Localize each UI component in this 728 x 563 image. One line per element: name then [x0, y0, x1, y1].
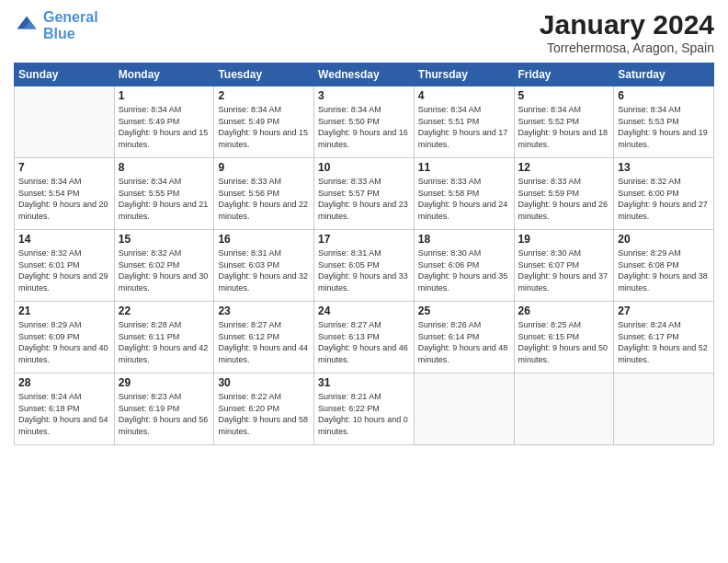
header: GeneralBlue January 2024 Torrehermosa, A… — [14, 9, 714, 55]
day-detail: Sunrise: 8:34 AM Sunset: 5:55 PM Dayligh… — [119, 176, 210, 222]
day-detail: Sunrise: 8:24 AM Sunset: 6:18 PM Dayligh… — [18, 391, 110, 437]
table-row: 15Sunrise: 8:32 AM Sunset: 6:02 PM Dayli… — [114, 230, 214, 302]
table-row: 24Sunrise: 8:27 AM Sunset: 6:13 PM Dayli… — [314, 302, 415, 373]
calendar-week-row: 7Sunrise: 8:34 AM Sunset: 5:54 PM Daylig… — [15, 158, 714, 230]
day-detail: Sunrise: 8:34 AM Sunset: 5:49 PM Dayligh… — [218, 104, 310, 150]
day-detail: Sunrise: 8:33 AM Sunset: 5:58 PM Dayligh… — [418, 176, 510, 222]
table-row: 20Sunrise: 8:29 AM Sunset: 6:08 PM Dayli… — [614, 230, 714, 302]
table-row: 6Sunrise: 8:34 AM Sunset: 5:53 PM Daylig… — [614, 86, 714, 158]
day-number: 11 — [418, 161, 510, 174]
day-detail: Sunrise: 8:25 AM Sunset: 6:15 PM Dayligh… — [518, 319, 610, 365]
table-row — [514, 373, 614, 445]
day-number: 20 — [618, 233, 710, 246]
table-row: 2Sunrise: 8:34 AM Sunset: 5:49 PM Daylig… — [214, 86, 314, 158]
calendar-week-row: 1Sunrise: 8:34 AM Sunset: 5:49 PM Daylig… — [15, 86, 714, 158]
day-detail: Sunrise: 8:30 AM Sunset: 6:06 PM Dayligh… — [418, 247, 510, 293]
table-row: 31Sunrise: 8:21 AM Sunset: 6:22 PM Dayli… — [314, 373, 415, 445]
day-number: 27 — [618, 304, 710, 317]
day-detail: Sunrise: 8:33 AM Sunset: 5:59 PM Dayligh… — [518, 176, 610, 222]
day-detail: Sunrise: 8:21 AM Sunset: 6:22 PM Dayligh… — [318, 391, 410, 437]
day-number: 24 — [318, 304, 410, 317]
table-row — [614, 373, 714, 445]
day-detail: Sunrise: 8:30 AM Sunset: 6:07 PM Dayligh… — [518, 247, 610, 293]
day-number: 1 — [119, 89, 210, 102]
day-detail: Sunrise: 8:27 AM Sunset: 6:13 PM Dayligh… — [318, 319, 410, 365]
logo: GeneralBlue — [14, 9, 98, 41]
logo-icon — [14, 13, 40, 39]
day-detail: Sunrise: 8:29 AM Sunset: 6:08 PM Dayligh… — [618, 247, 710, 293]
day-number: 25 — [418, 304, 510, 317]
day-detail: Sunrise: 8:34 AM Sunset: 5:51 PM Dayligh… — [418, 104, 510, 150]
day-detail: Sunrise: 8:34 AM Sunset: 5:49 PM Dayligh… — [119, 104, 210, 150]
col-wednesday: Wednesday — [314, 63, 415, 86]
day-number: 30 — [218, 376, 310, 389]
table-row: 21Sunrise: 8:29 AM Sunset: 6:09 PM Dayli… — [15, 302, 115, 373]
table-row: 17Sunrise: 8:31 AM Sunset: 6:05 PM Dayli… — [314, 230, 415, 302]
table-row: 5Sunrise: 8:34 AM Sunset: 5:52 PM Daylig… — [514, 86, 614, 158]
day-number: 10 — [318, 161, 410, 174]
title-block: January 2024 Torrehermosa, Aragon, Spain — [540, 9, 714, 55]
day-detail: Sunrise: 8:34 AM Sunset: 5:53 PM Dayligh… — [618, 104, 710, 150]
day-number: 19 — [518, 233, 610, 246]
table-row: 18Sunrise: 8:30 AM Sunset: 6:06 PM Dayli… — [414, 230, 514, 302]
calendar-week-row: 21Sunrise: 8:29 AM Sunset: 6:09 PM Dayli… — [15, 302, 714, 373]
day-number: 3 — [318, 89, 410, 102]
day-detail: Sunrise: 8:34 AM Sunset: 5:54 PM Dayligh… — [18, 176, 110, 222]
day-number: 7 — [18, 161, 110, 174]
col-sunday: Sunday — [15, 63, 115, 86]
table-row: 1Sunrise: 8:34 AM Sunset: 5:49 PM Daylig… — [114, 86, 214, 158]
table-row: 25Sunrise: 8:26 AM Sunset: 6:14 PM Dayli… — [414, 302, 514, 373]
day-number: 12 — [518, 161, 610, 174]
day-detail: Sunrise: 8:28 AM Sunset: 6:11 PM Dayligh… — [119, 319, 210, 365]
table-row: 8Sunrise: 8:34 AM Sunset: 5:55 PM Daylig… — [114, 158, 214, 230]
table-row: 29Sunrise: 8:23 AM Sunset: 6:19 PM Dayli… — [114, 373, 214, 445]
table-row: 12Sunrise: 8:33 AM Sunset: 5:59 PM Dayli… — [514, 158, 614, 230]
col-monday: Monday — [114, 63, 214, 86]
table-row: 3Sunrise: 8:34 AM Sunset: 5:50 PM Daylig… — [314, 86, 415, 158]
day-detail: Sunrise: 8:24 AM Sunset: 6:17 PM Dayligh… — [618, 319, 710, 365]
day-number: 31 — [318, 376, 410, 389]
calendar-week-row: 14Sunrise: 8:32 AM Sunset: 6:01 PM Dayli… — [15, 230, 714, 302]
calendar-body: 1Sunrise: 8:34 AM Sunset: 5:49 PM Daylig… — [15, 86, 714, 445]
day-number: 9 — [218, 161, 310, 174]
day-detail: Sunrise: 8:29 AM Sunset: 6:09 PM Dayligh… — [18, 319, 110, 365]
day-detail: Sunrise: 8:33 AM Sunset: 5:56 PM Dayligh… — [218, 176, 310, 222]
table-row: 11Sunrise: 8:33 AM Sunset: 5:58 PM Dayli… — [414, 158, 514, 230]
day-detail: Sunrise: 8:27 AM Sunset: 6:12 PM Dayligh… — [218, 319, 310, 365]
day-detail: Sunrise: 8:32 AM Sunset: 6:02 PM Dayligh… — [119, 247, 210, 293]
table-row: 27Sunrise: 8:24 AM Sunset: 6:17 PM Dayli… — [614, 302, 714, 373]
day-number: 14 — [18, 233, 110, 246]
calendar-table: Sunday Monday Tuesday Wednesday Thursday… — [14, 63, 714, 445]
logo-text: GeneralBlue — [43, 9, 98, 41]
day-number: 23 — [218, 304, 310, 317]
day-number: 26 — [518, 304, 610, 317]
table-row: 13Sunrise: 8:32 AM Sunset: 6:00 PM Dayli… — [614, 158, 714, 230]
table-row: 26Sunrise: 8:25 AM Sunset: 6:15 PM Dayli… — [514, 302, 614, 373]
table-row: 19Sunrise: 8:30 AM Sunset: 6:07 PM Dayli… — [514, 230, 614, 302]
col-thursday: Thursday — [414, 63, 514, 86]
table-row: 9Sunrise: 8:33 AM Sunset: 5:56 PM Daylig… — [214, 158, 314, 230]
day-detail: Sunrise: 8:31 AM Sunset: 6:05 PM Dayligh… — [318, 247, 410, 293]
day-number: 21 — [18, 304, 110, 317]
col-saturday: Saturday — [614, 63, 714, 86]
day-number: 28 — [18, 376, 110, 389]
table-row — [15, 86, 115, 158]
day-detail: Sunrise: 8:32 AM Sunset: 6:01 PM Dayligh… — [18, 247, 110, 293]
day-number: 4 — [418, 89, 510, 102]
table-row: 16Sunrise: 8:31 AM Sunset: 6:03 PM Dayli… — [214, 230, 314, 302]
col-friday: Friday — [514, 63, 614, 86]
calendar-week-row: 28Sunrise: 8:24 AM Sunset: 6:18 PM Dayli… — [15, 373, 714, 445]
table-row: 22Sunrise: 8:28 AM Sunset: 6:11 PM Dayli… — [114, 302, 214, 373]
day-detail: Sunrise: 8:31 AM Sunset: 6:03 PM Dayligh… — [218, 247, 310, 293]
table-row: 14Sunrise: 8:32 AM Sunset: 6:01 PM Dayli… — [15, 230, 115, 302]
day-detail: Sunrise: 8:22 AM Sunset: 6:20 PM Dayligh… — [218, 391, 310, 437]
table-row: 23Sunrise: 8:27 AM Sunset: 6:12 PM Dayli… — [214, 302, 314, 373]
day-detail: Sunrise: 8:32 AM Sunset: 6:00 PM Dayligh… — [618, 176, 710, 222]
day-detail: Sunrise: 8:34 AM Sunset: 5:50 PM Dayligh… — [318, 104, 410, 150]
day-detail: Sunrise: 8:34 AM Sunset: 5:52 PM Dayligh… — [518, 104, 610, 150]
day-number: 13 — [618, 161, 710, 174]
table-row: 28Sunrise: 8:24 AM Sunset: 6:18 PM Dayli… — [15, 373, 115, 445]
location: Torrehermosa, Aragon, Spain — [540, 40, 714, 55]
day-number: 29 — [119, 376, 210, 389]
day-number: 22 — [119, 304, 210, 317]
